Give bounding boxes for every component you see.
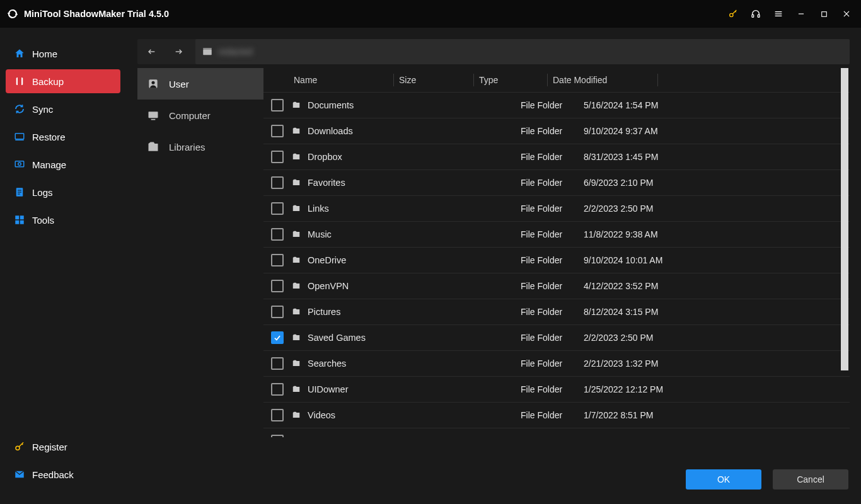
svg-point-17 <box>18 163 21 166</box>
row-type: File Folder <box>521 436 584 437</box>
row-name: Searches <box>308 358 451 369</box>
folder-icon <box>290 410 303 420</box>
breadcrumb-segment: redacted <box>218 47 252 57</box>
table-row[interactable]: DocumentsFile Folder5/16/2024 1:54 PM <box>263 93 850 118</box>
table-row[interactable]: FavoritesFile Folder6/9/2023 2:10 PM <box>263 170 850 196</box>
svg-rect-25 <box>20 220 24 224</box>
table-row[interactable]: MusicFile Folder11/8/2022 9:38 AM <box>263 222 850 248</box>
table-row[interactable]: OneDriveFile Folder9/10/2024 10:01 AM <box>263 248 850 273</box>
titlebar-headset-icon[interactable] <box>746 4 765 23</box>
sidebar-item-home[interactable]: Home <box>6 42 120 66</box>
row-checkbox[interactable] <box>271 254 284 266</box>
row-name: OpenVPN <box>308 281 451 291</box>
row-checkbox[interactable] <box>271 202 284 215</box>
svg-rect-4 <box>758 14 760 17</box>
row-date: 11/8/2022 9:38 AM <box>584 229 710 239</box>
tree-item-computer[interactable]: Computer <box>137 100 263 131</box>
sidebar-item-label: Sync <box>32 104 53 115</box>
folder-icon <box>290 100 303 110</box>
ok-button[interactable]: OK <box>686 469 761 490</box>
tree-item-user[interactable]: User <box>137 68 263 100</box>
titlebar-menu-icon[interactable] <box>769 4 788 23</box>
svg-rect-24 <box>15 220 19 224</box>
table-row[interactable]: UIDownerFile Folder1/25/2022 12:12 PM <box>263 377 850 403</box>
folder-icon <box>290 307 303 317</box>
home-icon <box>13 47 26 60</box>
row-checkbox[interactable] <box>271 383 284 396</box>
sidebar-item-label: Backup <box>32 76 64 87</box>
table-row[interactable]: OpenVPNFile Folder4/12/2022 3:52 PM <box>263 273 850 299</box>
col-name[interactable]: Name <box>289 75 393 85</box>
row-checkbox[interactable] <box>271 228 284 241</box>
row-type: File Folder <box>521 203 584 214</box>
sidebar-item-restore[interactable]: Restore <box>6 125 120 149</box>
row-type: File Folder <box>521 410 584 420</box>
row-checkbox[interactable] <box>271 176 284 189</box>
sidebar-item-label: Home <box>32 49 57 59</box>
row-name: Saved Games <box>308 333 451 343</box>
titlebar-close-button[interactable] <box>837 4 856 23</box>
row-checkbox[interactable] <box>271 99 284 112</box>
col-date[interactable]: Date Modified <box>548 75 657 85</box>
tree-panel: UserComputerLibraries <box>137 68 263 437</box>
row-type: File Folder <box>521 100 584 110</box>
manage-icon <box>13 158 26 171</box>
logs-icon <box>13 186 26 198</box>
row-name: Music <box>308 229 451 239</box>
scrollbar[interactable] <box>841 68 850 437</box>
libraries-icon <box>146 140 160 154</box>
col-size[interactable]: Size <box>394 75 473 85</box>
row-type: File Folder <box>521 307 584 317</box>
cancel-button[interactable]: Cancel <box>773 469 848 490</box>
svg-point-34 <box>152 81 155 84</box>
svg-rect-13 <box>18 77 21 85</box>
row-checkbox[interactable] <box>271 357 284 370</box>
row-date: 9/10/2024 9:37 AM <box>584 126 710 136</box>
svg-point-0 <box>730 13 733 16</box>
row-name: Links <box>308 203 451 214</box>
tree-item-label: Computer <box>169 110 211 121</box>
table-row[interactable]: VideosFile Folder1/7/2022 8:51 PM <box>263 403 850 428</box>
svg-rect-35 <box>149 112 158 118</box>
row-date: 8/31/2023 1:45 PM <box>584 152 710 162</box>
sidebar-item-tools[interactable]: Tools <box>6 208 120 232</box>
row-checkbox[interactable] <box>271 435 284 437</box>
sidebar-item-feedback[interactable]: Feedback <box>6 462 120 486</box>
restore-icon <box>13 130 26 143</box>
table-row[interactable]: Saved GamesFile Folder2/2/2023 2:50 PM <box>263 325 850 351</box>
row-checkbox[interactable] <box>271 409 284 421</box>
titlebar-minimize-button[interactable] <box>792 4 811 23</box>
row-checkbox[interactable] <box>271 125 284 137</box>
row-checkbox[interactable] <box>271 331 284 344</box>
sidebar-item-label: Tools <box>32 215 54 226</box>
row-checkbox[interactable] <box>271 306 284 318</box>
sidebar-item-logs[interactable]: Logs <box>6 180 120 204</box>
sidebar-item-register[interactable]: Register <box>6 435 120 459</box>
table-row[interactable]: LinksFile Folder2/2/2023 2:50 PM <box>263 196 850 222</box>
path-back-button[interactable] <box>137 39 165 64</box>
titlebar-key-icon[interactable] <box>724 4 743 23</box>
svg-rect-9 <box>821 11 826 16</box>
table-row[interactable]: VirtualBox VMsFile Folder1/7/2022 2:32 P… <box>263 428 850 437</box>
row-checkbox[interactable] <box>271 280 284 292</box>
titlebar: MiniTool ShadowMaker Trial 4.5.0 <box>0 0 861 28</box>
sidebar-item-backup[interactable]: Backup <box>6 69 120 93</box>
table-row[interactable]: DownloadsFile Folder9/10/2024 9:37 AM <box>263 118 850 144</box>
table-row[interactable]: DropboxFile Folder8/31/2023 1:45 PM <box>263 144 850 170</box>
folder-icon <box>290 178 303 188</box>
breadcrumb[interactable]: redacted <box>195 39 850 64</box>
tree-item-libraries[interactable]: Libraries <box>137 131 263 163</box>
svg-line-2 <box>735 11 736 12</box>
svg-rect-14 <box>15 134 24 139</box>
col-type[interactable]: Type <box>474 75 547 85</box>
row-checkbox[interactable] <box>271 151 284 163</box>
folder-icon <box>290 281 303 291</box>
table-row[interactable]: SearchesFile Folder2/21/2023 1:32 PM <box>263 351 850 377</box>
svg-point-26 <box>16 446 20 450</box>
row-name: OneDrive <box>308 255 451 265</box>
path-forward-button[interactable] <box>165 39 193 64</box>
table-row[interactable]: PicturesFile Folder8/12/2024 3:15 PM <box>263 299 850 325</box>
titlebar-maximize-button[interactable] <box>814 4 833 23</box>
sidebar-item-sync[interactable]: Sync <box>6 97 120 121</box>
sidebar-item-manage[interactable]: Manage <box>6 152 120 176</box>
